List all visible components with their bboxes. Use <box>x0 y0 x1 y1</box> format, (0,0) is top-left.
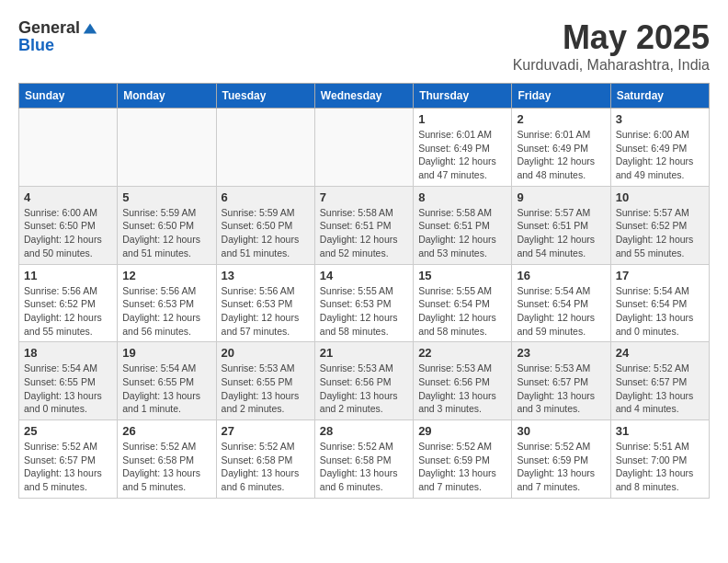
day-number: 7 <box>320 190 408 204</box>
day-info: Sunrise: 5:57 AMSunset: 6:52 PMDaylight:… <box>616 206 704 260</box>
day-info: Sunrise: 5:54 AMSunset: 6:55 PMDaylight:… <box>24 362 112 416</box>
calendar-day-cell: 19Sunrise: 5:54 AMSunset: 6:55 PMDayligh… <box>118 342 216 420</box>
calendar-day-cell: 29Sunrise: 5:52 AMSunset: 6:59 PMDayligh… <box>414 420 512 499</box>
calendar-day-cell: 1Sunrise: 6:01 AMSunset: 6:49 PMDaylight… <box>414 109 512 187</box>
logo-blue: Blue <box>18 36 54 55</box>
day-info: Sunrise: 6:01 AMSunset: 6:49 PMDaylight:… <box>517 128 605 182</box>
day-info: Sunrise: 5:52 AMSunset: 6:58 PMDaylight:… <box>222 440 310 494</box>
header: General Blue May 2025 Kurduvadi, Maharas… <box>18 18 710 74</box>
calendar-day-cell: 23Sunrise: 5:53 AMSunset: 6:57 PMDayligh… <box>512 342 610 420</box>
day-number: 29 <box>418 424 506 438</box>
day-info: Sunrise: 5:52 AMSunset: 6:59 PMDaylight:… <box>517 440 605 494</box>
calendar-day-cell: 5Sunrise: 5:59 AMSunset: 6:50 PMDaylight… <box>118 186 216 264</box>
day-header-thursday: Thursday <box>414 84 512 109</box>
calendar-day-cell: 11Sunrise: 5:56 AMSunset: 6:52 PMDayligh… <box>19 264 118 342</box>
day-number: 30 <box>517 424 605 438</box>
day-info: Sunrise: 5:56 AMSunset: 6:53 PMDaylight:… <box>222 284 310 339</box>
calendar-day-cell: 4Sunrise: 6:00 AMSunset: 6:50 PMDaylight… <box>19 186 118 264</box>
calendar-day-cell: 18Sunrise: 5:54 AMSunset: 6:55 PMDayligh… <box>19 342 118 420</box>
calendar-day-cell: 22Sunrise: 5:53 AMSunset: 6:56 PMDayligh… <box>414 342 512 420</box>
day-number: 12 <box>122 269 210 282</box>
calendar-week-row: 18Sunrise: 5:54 AMSunset: 6:55 PMDayligh… <box>19 342 710 420</box>
calendar-day-cell: 13Sunrise: 5:56 AMSunset: 6:53 PMDayligh… <box>216 264 314 342</box>
calendar-day-cell: 8Sunrise: 5:58 AMSunset: 6:51 PMDaylight… <box>414 186 512 264</box>
day-info: Sunrise: 5:58 AMSunset: 6:51 PMDaylight:… <box>320 206 408 260</box>
day-info: Sunrise: 5:52 AMSunset: 6:57 PMDaylight:… <box>24 440 112 494</box>
day-number: 1 <box>418 112 506 126</box>
calendar-day-cell: 21Sunrise: 5:53 AMSunset: 6:56 PMDayligh… <box>314 342 413 420</box>
day-info: Sunrise: 5:54 AMSunset: 6:54 PMDaylight:… <box>616 284 704 339</box>
day-number: 16 <box>517 269 605 282</box>
day-number: 19 <box>122 346 210 360</box>
location: Kurduvadi, Maharashtra, India <box>513 57 710 74</box>
calendar-day-cell: 2Sunrise: 6:01 AMSunset: 6:49 PMDaylight… <box>512 109 610 187</box>
day-number: 4 <box>24 190 112 204</box>
calendar-day-cell: 14Sunrise: 5:55 AMSunset: 6:53 PMDayligh… <box>314 264 413 342</box>
calendar-day-cell <box>314 109 413 187</box>
day-header-friday: Friday <box>512 84 610 109</box>
day-info: Sunrise: 5:54 AMSunset: 6:54 PMDaylight:… <box>517 284 605 339</box>
day-info: Sunrise: 5:55 AMSunset: 6:54 PMDaylight:… <box>418 284 506 339</box>
day-info: Sunrise: 5:54 AMSunset: 6:55 PMDaylight:… <box>122 362 210 416</box>
day-info: Sunrise: 5:58 AMSunset: 6:51 PMDaylight:… <box>418 206 506 260</box>
day-number: 14 <box>320 269 408 282</box>
day-info: Sunrise: 5:53 AMSunset: 6:56 PMDaylight:… <box>418 362 506 416</box>
day-number: 17 <box>616 269 704 282</box>
day-header-monday: Monday <box>118 84 216 109</box>
day-number: 27 <box>222 424 310 438</box>
calendar: SundayMondayTuesdayWednesdayThursdayFrid… <box>18 83 710 499</box>
day-number: 26 <box>122 424 210 438</box>
day-info: Sunrise: 5:57 AMSunset: 6:51 PMDaylight:… <box>517 206 605 260</box>
day-info: Sunrise: 5:59 AMSunset: 6:50 PMDaylight:… <box>222 206 310 260</box>
calendar-day-cell: 12Sunrise: 5:56 AMSunset: 6:53 PMDayligh… <box>118 264 216 342</box>
day-info: Sunrise: 5:52 AMSunset: 6:57 PMDaylight:… <box>616 362 704 416</box>
calendar-day-cell <box>118 109 216 187</box>
day-number: 21 <box>320 346 408 360</box>
calendar-day-cell: 6Sunrise: 5:59 AMSunset: 6:50 PMDaylight… <box>216 186 314 264</box>
calendar-day-cell: 15Sunrise: 5:55 AMSunset: 6:54 PMDayligh… <box>414 264 512 342</box>
day-header-wednesday: Wednesday <box>314 84 413 109</box>
day-number: 28 <box>320 424 408 438</box>
day-number: 23 <box>517 346 605 360</box>
day-header-tuesday: Tuesday <box>216 84 314 109</box>
svg-marker-0 <box>84 23 97 33</box>
day-info: Sunrise: 6:00 AMSunset: 6:49 PMDaylight:… <box>616 128 704 182</box>
day-number: 20 <box>222 346 310 360</box>
day-info: Sunrise: 5:56 AMSunset: 6:53 PMDaylight:… <box>122 284 210 339</box>
calendar-day-cell: 7Sunrise: 5:58 AMSunset: 6:51 PMDaylight… <box>314 186 413 264</box>
day-number: 10 <box>616 190 704 204</box>
day-number: 9 <box>517 190 605 204</box>
title-area: May 2025 Kurduvadi, Maharashtra, India <box>513 18 710 74</box>
day-number: 31 <box>616 424 704 438</box>
calendar-day-cell: 27Sunrise: 5:52 AMSunset: 6:58 PMDayligh… <box>216 420 314 499</box>
calendar-day-cell: 3Sunrise: 6:00 AMSunset: 6:49 PMDaylight… <box>610 109 709 187</box>
logo-icon <box>82 20 98 37</box>
calendar-day-cell: 28Sunrise: 5:52 AMSunset: 6:58 PMDayligh… <box>314 420 413 499</box>
day-number: 18 <box>24 346 112 360</box>
calendar-week-row: 4Sunrise: 6:00 AMSunset: 6:50 PMDaylight… <box>19 186 710 264</box>
day-number: 22 <box>418 346 506 360</box>
day-number: 2 <box>517 112 605 126</box>
calendar-day-cell: 31Sunrise: 5:51 AMSunset: 7:00 PMDayligh… <box>610 420 709 499</box>
day-info: Sunrise: 5:53 AMSunset: 6:57 PMDaylight:… <box>517 362 605 416</box>
month-year: May 2025 <box>513 18 710 57</box>
day-info: Sunrise: 5:53 AMSunset: 6:56 PMDaylight:… <box>320 362 408 416</box>
day-info: Sunrise: 5:53 AMSunset: 6:55 PMDaylight:… <box>222 362 310 416</box>
calendar-week-row: 25Sunrise: 5:52 AMSunset: 6:57 PMDayligh… <box>19 420 710 499</box>
calendar-day-cell: 17Sunrise: 5:54 AMSunset: 6:54 PMDayligh… <box>610 264 709 342</box>
calendar-week-row: 1Sunrise: 6:01 AMSunset: 6:49 PMDaylight… <box>19 109 710 187</box>
day-number: 3 <box>616 112 704 126</box>
day-header-sunday: Sunday <box>19 84 118 109</box>
calendar-week-row: 11Sunrise: 5:56 AMSunset: 6:52 PMDayligh… <box>19 264 710 342</box>
day-info: Sunrise: 5:56 AMSunset: 6:52 PMDaylight:… <box>24 284 112 339</box>
calendar-header-row: SundayMondayTuesdayWednesdayThursdayFrid… <box>19 84 710 109</box>
calendar-day-cell: 25Sunrise: 5:52 AMSunset: 6:57 PMDayligh… <box>19 420 118 499</box>
day-number: 24 <box>616 346 704 360</box>
calendar-day-cell: 9Sunrise: 5:57 AMSunset: 6:51 PMDaylight… <box>512 186 610 264</box>
day-info: Sunrise: 5:52 AMSunset: 6:58 PMDaylight:… <box>320 440 408 494</box>
day-number: 13 <box>222 269 310 282</box>
calendar-day-cell <box>216 109 314 187</box>
calendar-day-cell: 20Sunrise: 5:53 AMSunset: 6:55 PMDayligh… <box>216 342 314 420</box>
day-header-saturday: Saturday <box>610 84 709 109</box>
day-number: 8 <box>418 190 506 204</box>
